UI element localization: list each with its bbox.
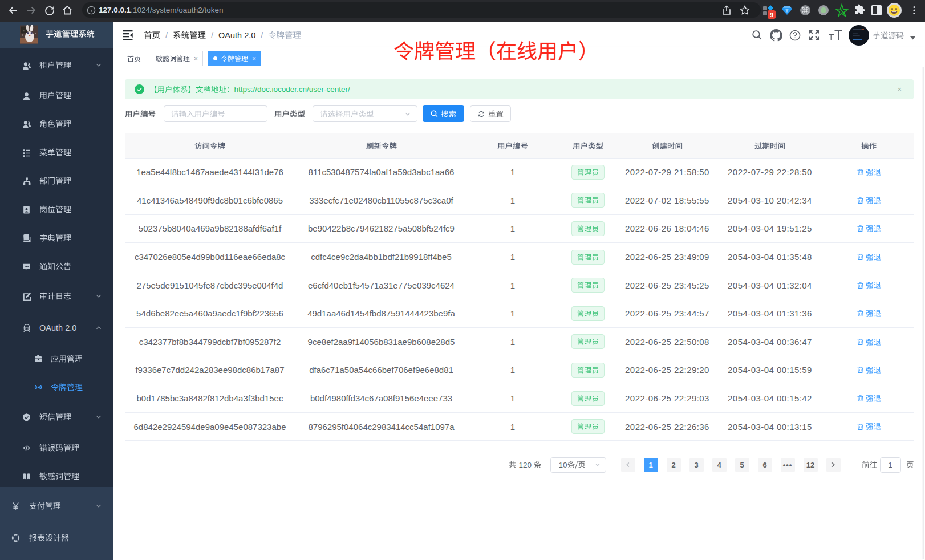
svg-text:9: 9 bbox=[770, 11, 773, 18]
